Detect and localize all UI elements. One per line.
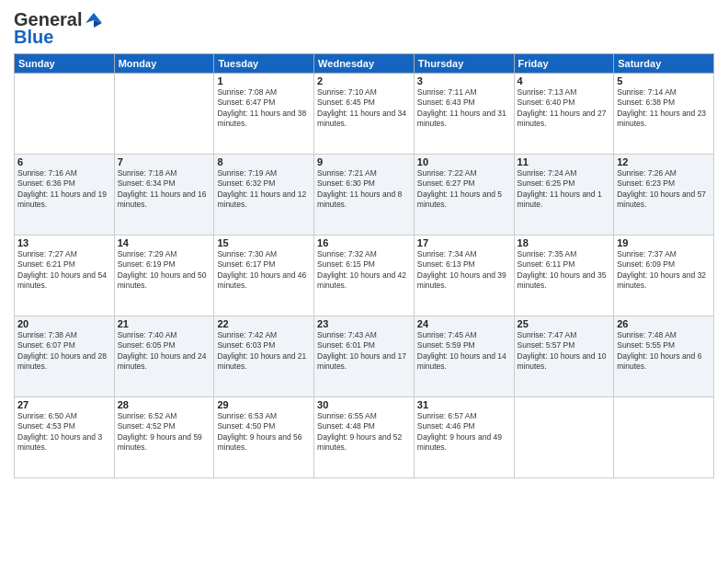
day-number: 31: [417, 399, 511, 410]
day-info: Sunrise: 7:22 AM Sunset: 6:27 PM Dayligh…: [417, 168, 511, 211]
day-info: Sunrise: 7:19 AM Sunset: 6:32 PM Dayligh…: [217, 168, 311, 211]
day-number: 23: [317, 318, 411, 329]
calendar-cell: 25Sunrise: 7:47 AM Sunset: 5:57 PM Dayli…: [514, 316, 614, 397]
calendar-cell: 2Sunrise: 7:10 AM Sunset: 6:45 PM Daylig…: [314, 74, 415, 155]
calendar-cell: 16Sunrise: 7:32 AM Sunset: 6:15 PM Dayli…: [314, 236, 415, 316]
day-number: 30: [317, 399, 411, 410]
calendar-cell: 21Sunrise: 7:40 AM Sunset: 6:05 PM Dayli…: [114, 316, 214, 397]
day-number: 19: [617, 237, 711, 248]
day-info: Sunrise: 7:42 AM Sunset: 6:03 PM Dayligh…: [217, 330, 311, 373]
day-info: Sunrise: 7:18 AM Sunset: 6:34 PM Dayligh…: [118, 168, 211, 211]
day-info: Sunrise: 6:50 AM Sunset: 4:53 PM Dayligh…: [17, 411, 111, 454]
logo-blue-text: Blue: [14, 27, 53, 48]
day-number: 2: [317, 75, 411, 86]
day-header-wednesday: Wednesday: [314, 54, 415, 74]
calendar-week-3: 20Sunrise: 7:38 AM Sunset: 6:07 PM Dayli…: [15, 316, 714, 397]
calendar-week-4: 27Sunrise: 6:50 AM Sunset: 4:53 PM Dayli…: [15, 397, 714, 478]
calendar-cell: 30Sunrise: 6:55 AM Sunset: 4:48 PM Dayli…: [314, 397, 415, 478]
calendar-cell: 3Sunrise: 7:11 AM Sunset: 6:43 PM Daylig…: [414, 74, 514, 155]
logo: General Blue: [14, 9, 104, 48]
calendar-cell: 22Sunrise: 7:42 AM Sunset: 6:03 PM Dayli…: [214, 316, 314, 397]
calendar-cell: 13Sunrise: 7:27 AM Sunset: 6:21 PM Dayli…: [15, 236, 115, 316]
calendar-cell: 18Sunrise: 7:35 AM Sunset: 6:11 PM Dayli…: [514, 236, 614, 316]
calendar-table: SundayMondayTuesdayWednesdayThursdayFrid…: [14, 53, 714, 478]
day-number: 13: [17, 237, 111, 248]
day-info: Sunrise: 7:47 AM Sunset: 5:57 PM Dayligh…: [518, 330, 611, 373]
calendar-cell: 20Sunrise: 7:38 AM Sunset: 6:07 PM Dayli…: [15, 316, 115, 397]
day-header-saturday: Saturday: [614, 54, 714, 74]
calendar-cell: 23Sunrise: 7:43 AM Sunset: 6:01 PM Dayli…: [314, 316, 415, 397]
day-info: Sunrise: 7:45 AM Sunset: 5:59 PM Dayligh…: [417, 330, 511, 373]
day-info: Sunrise: 7:14 AM Sunset: 6:38 PM Dayligh…: [617, 87, 711, 130]
calendar-cell: 28Sunrise: 6:52 AM Sunset: 4:52 PM Dayli…: [114, 397, 214, 478]
day-info: Sunrise: 6:52 AM Sunset: 4:52 PM Dayligh…: [118, 411, 211, 454]
calendar-week-0: 1Sunrise: 7:08 AM Sunset: 6:47 PM Daylig…: [15, 74, 714, 155]
day-info: Sunrise: 7:29 AM Sunset: 6:19 PM Dayligh…: [118, 249, 211, 292]
day-info: Sunrise: 7:48 AM Sunset: 5:55 PM Dayligh…: [617, 330, 711, 373]
day-info: Sunrise: 7:27 AM Sunset: 6:21 PM Dayligh…: [17, 249, 111, 292]
calendar-cell: [114, 74, 214, 155]
calendar-cell: [614, 397, 714, 478]
day-info: Sunrise: 7:26 AM Sunset: 6:23 PM Dayligh…: [617, 168, 711, 211]
calendar-cell: 29Sunrise: 6:53 AM Sunset: 4:50 PM Dayli…: [214, 397, 314, 478]
day-number: 8: [217, 156, 311, 167]
day-number: 27: [17, 399, 111, 410]
calendar-cell: 7Sunrise: 7:18 AM Sunset: 6:34 PM Daylig…: [114, 155, 214, 236]
day-info: Sunrise: 7:16 AM Sunset: 6:36 PM Dayligh…: [17, 168, 111, 211]
calendar-cell: 17Sunrise: 7:34 AM Sunset: 6:13 PM Dayli…: [414, 236, 514, 316]
day-number: 10: [417, 156, 511, 167]
day-info: Sunrise: 7:43 AM Sunset: 6:01 PM Dayligh…: [317, 330, 411, 373]
day-number: 11: [518, 156, 611, 167]
day-info: Sunrise: 7:38 AM Sunset: 6:07 PM Dayligh…: [17, 330, 111, 373]
day-info: Sunrise: 7:08 AM Sunset: 6:47 PM Dayligh…: [217, 87, 311, 130]
calendar-cell: 1Sunrise: 7:08 AM Sunset: 6:47 PM Daylig…: [214, 74, 314, 155]
day-header-friday: Friday: [514, 54, 614, 74]
calendar-cell: 9Sunrise: 7:21 AM Sunset: 6:30 PM Daylig…: [314, 155, 415, 236]
day-info: Sunrise: 7:40 AM Sunset: 6:05 PM Dayligh…: [118, 330, 211, 373]
calendar-cell: 4Sunrise: 7:13 AM Sunset: 6:40 PM Daylig…: [514, 74, 614, 155]
day-info: Sunrise: 7:35 AM Sunset: 6:11 PM Dayligh…: [518, 249, 611, 292]
day-number: 29: [217, 399, 311, 410]
calendar-week-2: 13Sunrise: 7:27 AM Sunset: 6:21 PM Dayli…: [15, 236, 714, 316]
day-number: 1: [217, 75, 311, 86]
calendar-cell: 26Sunrise: 7:48 AM Sunset: 5:55 PM Dayli…: [614, 316, 714, 397]
day-number: 26: [617, 318, 711, 329]
calendar-cell: 19Sunrise: 7:37 AM Sunset: 6:09 PM Dayli…: [614, 236, 714, 316]
day-header-thursday: Thursday: [414, 54, 514, 74]
day-number: 15: [217, 237, 311, 248]
day-number: 20: [17, 318, 111, 329]
logo-bird-icon: [84, 10, 104, 30]
day-number: 6: [17, 156, 111, 167]
calendar-cell: 8Sunrise: 7:19 AM Sunset: 6:32 PM Daylig…: [214, 155, 314, 236]
calendar-cell: 14Sunrise: 7:29 AM Sunset: 6:19 PM Dayli…: [114, 236, 214, 316]
calendar-cell: 5Sunrise: 7:14 AM Sunset: 6:38 PM Daylig…: [614, 74, 714, 155]
day-number: 5: [617, 75, 711, 86]
day-info: Sunrise: 6:53 AM Sunset: 4:50 PM Dayligh…: [217, 411, 311, 454]
day-info: Sunrise: 7:37 AM Sunset: 6:09 PM Dayligh…: [617, 249, 711, 292]
day-number: 14: [118, 237, 211, 248]
day-info: Sunrise: 7:32 AM Sunset: 6:15 PM Dayligh…: [317, 249, 411, 292]
day-number: 18: [518, 237, 611, 248]
day-number: 9: [317, 156, 411, 167]
calendar-week-1: 6Sunrise: 7:16 AM Sunset: 6:36 PM Daylig…: [15, 155, 714, 236]
day-number: 16: [317, 237, 411, 248]
day-info: Sunrise: 6:57 AM Sunset: 4:46 PM Dayligh…: [417, 411, 511, 454]
calendar-cell: 15Sunrise: 7:30 AM Sunset: 6:17 PM Dayli…: [214, 236, 314, 316]
calendar-cell: 27Sunrise: 6:50 AM Sunset: 4:53 PM Dayli…: [15, 397, 115, 478]
calendar-cell: 24Sunrise: 7:45 AM Sunset: 5:59 PM Dayli…: [414, 316, 514, 397]
calendar-header-row: SundayMondayTuesdayWednesdayThursdayFrid…: [15, 54, 714, 74]
day-number: 22: [217, 318, 311, 329]
day-number: 12: [617, 156, 711, 167]
day-info: Sunrise: 7:11 AM Sunset: 6:43 PM Dayligh…: [417, 87, 511, 130]
calendar-cell: 12Sunrise: 7:26 AM Sunset: 6:23 PM Dayli…: [614, 155, 714, 236]
day-number: 28: [118, 399, 211, 410]
day-header-sunday: Sunday: [15, 54, 115, 74]
day-number: 25: [518, 318, 611, 329]
calendar-cell: 31Sunrise: 6:57 AM Sunset: 4:46 PM Dayli…: [414, 397, 514, 478]
day-number: 4: [518, 75, 611, 86]
day-info: Sunrise: 7:30 AM Sunset: 6:17 PM Dayligh…: [217, 249, 311, 292]
day-header-monday: Monday: [114, 54, 214, 74]
day-info: Sunrise: 7:21 AM Sunset: 6:30 PM Dayligh…: [317, 168, 411, 211]
calendar-cell: [514, 397, 614, 478]
calendar-cell: 6Sunrise: 7:16 AM Sunset: 6:36 PM Daylig…: [15, 155, 115, 236]
